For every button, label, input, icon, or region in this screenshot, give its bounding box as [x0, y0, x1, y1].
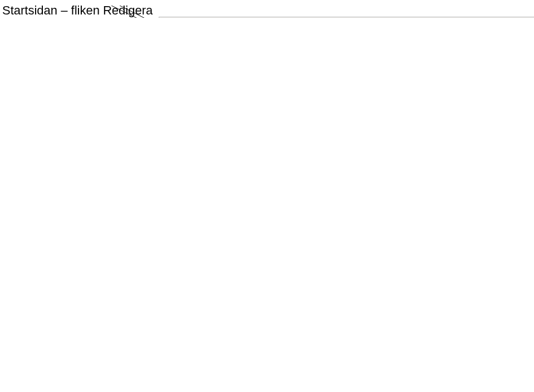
cms-top-bar: Aktuell dokumentversion: 3 - Publicerad …: [159, 17, 534, 18]
svg-line-0: [111, 6, 173, 18]
document-version-bar: Aktuell dokumentversion: 3 - Publicerad: [159, 17, 534, 18]
svg-line-1: [120, 6, 173, 18]
page-title: Startsidan – fliken Redigera: [0, 0, 534, 18]
pointer-line: [111, 6, 178, 18]
